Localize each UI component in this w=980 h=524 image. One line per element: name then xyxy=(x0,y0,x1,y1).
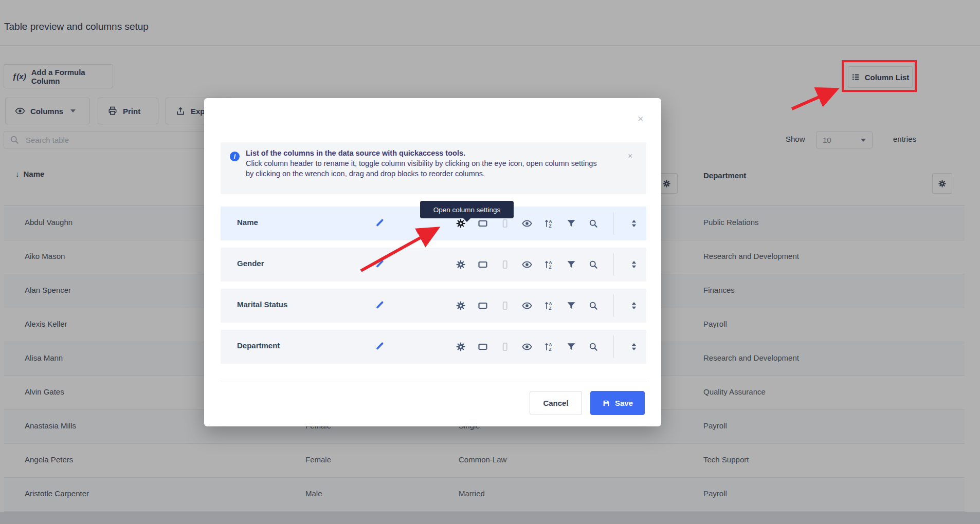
desktop-icon xyxy=(478,218,488,229)
desktop-icon[interactable] xyxy=(478,301,488,311)
search-icon xyxy=(588,259,598,270)
app-window: Table preview and columns setup ƒ(x) Add… xyxy=(0,0,980,524)
cancel-button[interactable]: Cancel xyxy=(530,391,582,415)
reorder-icon xyxy=(629,342,639,352)
svg-text:Z: Z xyxy=(549,223,552,229)
rename-pencil-icon[interactable] xyxy=(375,258,385,269)
modal-column-label[interactable]: Gender xyxy=(237,259,264,268)
sort-icon[interactable]: AZ xyxy=(544,259,554,270)
pencil-icon xyxy=(375,300,385,310)
rename-pencil-icon[interactable] xyxy=(375,217,385,228)
info-notice-text: List of the columns in the data source w… xyxy=(246,148,601,179)
filter-icon[interactable] xyxy=(566,218,576,229)
mobile-icon xyxy=(500,301,510,311)
reorder-handle-icon[interactable] xyxy=(629,342,639,352)
search-icon[interactable] xyxy=(588,218,598,229)
modal-column-label[interactable]: Marital Status xyxy=(237,300,287,309)
sort-icon: AZ xyxy=(544,342,554,352)
modal-column-row: GenderAZ xyxy=(221,248,646,282)
mobile-icon[interactable] xyxy=(500,259,510,270)
tooltip: Open column settings xyxy=(420,201,514,218)
search-icon[interactable] xyxy=(588,342,598,352)
pencil-icon xyxy=(375,217,385,228)
desktop-icon[interactable] xyxy=(478,342,488,352)
info-close-icon[interactable]: × xyxy=(628,152,632,160)
settings-icon[interactable] xyxy=(456,259,466,270)
desktop-icon[interactable] xyxy=(478,218,488,229)
sort-icon: AZ xyxy=(544,301,554,311)
desktop-icon xyxy=(478,342,488,352)
mobile-icon xyxy=(500,342,510,352)
visibility-icon xyxy=(522,301,532,311)
filter-icon xyxy=(566,342,576,352)
mobile-icon[interactable] xyxy=(500,301,510,311)
filter-icon[interactable] xyxy=(566,301,576,311)
quick-access-icons: AZ xyxy=(456,289,639,323)
reorder-icon xyxy=(629,259,639,270)
reorder-icon xyxy=(629,218,639,229)
pencil-icon xyxy=(375,258,385,269)
modal-footer-divider xyxy=(221,382,646,382)
modal-close-icon[interactable]: × xyxy=(638,114,644,124)
desktop-icon xyxy=(478,301,488,311)
desktop-icon[interactable] xyxy=(478,259,488,270)
modal-column-row: Marital StatusAZ xyxy=(221,289,646,323)
info-icon: i xyxy=(230,152,240,161)
sort-icon: AZ xyxy=(544,218,554,229)
sort-icon[interactable]: AZ xyxy=(544,301,554,311)
reorder-icon xyxy=(629,301,639,311)
floppy-icon xyxy=(602,399,610,407)
reorder-handle-icon[interactable] xyxy=(629,259,639,270)
filter-icon xyxy=(566,218,576,229)
filter-icon[interactable] xyxy=(566,259,576,270)
modal-column-label[interactable]: Name xyxy=(237,218,258,227)
search-icon xyxy=(588,342,598,352)
settings-icon xyxy=(456,301,466,311)
quick-access-icons: AZ xyxy=(456,330,639,364)
reorder-handle-icon[interactable] xyxy=(629,218,639,229)
modal-column-label[interactable]: Department xyxy=(237,341,280,350)
search-icon[interactable] xyxy=(588,259,598,270)
svg-text:Z: Z xyxy=(549,347,552,352)
settings-icon xyxy=(456,259,466,270)
search-icon[interactable] xyxy=(588,301,598,311)
svg-text:Z: Z xyxy=(549,306,552,311)
annotation-highlight-rectangle xyxy=(842,60,917,92)
settings-icon[interactable] xyxy=(456,342,466,352)
desktop-icon xyxy=(478,259,488,270)
mobile-icon xyxy=(500,259,510,270)
save-floppy-icon xyxy=(602,399,610,407)
search-icon xyxy=(588,218,598,229)
filter-icon[interactable] xyxy=(566,342,576,352)
search-icon xyxy=(588,301,598,311)
filter-icon xyxy=(566,259,576,270)
reorder-handle-icon[interactable] xyxy=(629,301,639,311)
sort-icon[interactable]: AZ xyxy=(544,218,554,229)
rename-pencil-icon[interactable] xyxy=(375,300,385,310)
quick-access-icons: AZ xyxy=(456,248,639,282)
columns-modal: Columns × i List of the columns in the d… xyxy=(204,98,661,426)
visibility-icon[interactable] xyxy=(522,342,532,352)
save-button[interactable]: Save xyxy=(590,391,645,415)
mobile-icon[interactable] xyxy=(500,342,510,352)
mobile-icon[interactable] xyxy=(500,218,510,229)
mobile-icon xyxy=(500,218,510,229)
settings-icon xyxy=(456,342,466,352)
divider xyxy=(613,294,614,317)
visibility-icon[interactable] xyxy=(522,218,532,229)
rename-pencil-icon[interactable] xyxy=(375,341,385,351)
settings-icon[interactable] xyxy=(456,301,466,311)
visibility-icon xyxy=(522,259,532,270)
filter-icon xyxy=(566,301,576,311)
pencil-icon xyxy=(375,341,385,351)
sort-icon: AZ xyxy=(544,259,554,270)
visibility-icon xyxy=(522,218,532,229)
tooltip-text: Open column settings xyxy=(433,206,501,214)
modal-column-row: DepartmentAZ xyxy=(221,330,646,364)
visibility-icon[interactable] xyxy=(522,259,532,270)
sort-icon[interactable]: AZ xyxy=(544,342,554,352)
divider xyxy=(613,253,614,276)
visibility-icon xyxy=(522,342,532,352)
divider xyxy=(613,335,614,358)
visibility-icon[interactable] xyxy=(522,301,532,311)
